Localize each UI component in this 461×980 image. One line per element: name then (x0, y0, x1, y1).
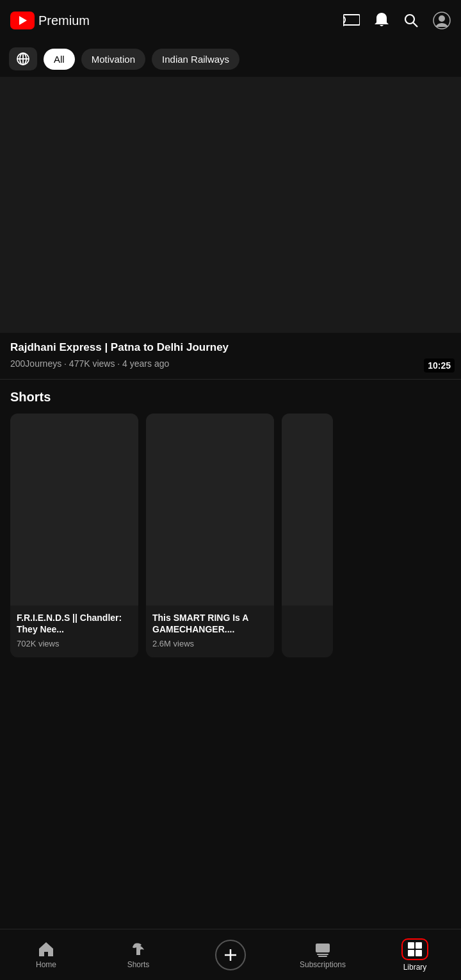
nav-library[interactable]: Library (369, 935, 461, 976)
nav-home[interactable]: Home (0, 937, 92, 973)
main-video-dot2: · (117, 358, 122, 369)
svg-rect-12 (316, 944, 330, 952)
main-video-meta: 200Journeys · 477K views · 4 years ago (10, 358, 451, 369)
svg-rect-13 (317, 954, 328, 955)
main-video-info: Rajdhani Express | Patna to Delhi Journe… (0, 333, 461, 379)
main-video-age: 4 years ago (122, 358, 169, 369)
logo-area: Premium (10, 12, 90, 29)
youtube-logo[interactable]: Premium (10, 12, 90, 29)
short-title-1: F.R.I.E.N.D.S || Chandler: They Nee... (17, 612, 132, 635)
bell-icon[interactable] (374, 12, 389, 29)
svg-rect-14 (318, 956, 327, 957)
nav-subscriptions[interactable]: Subscriptions (277, 937, 369, 973)
main-video-channel: 200Journeys (10, 358, 61, 369)
header-icons (343, 12, 451, 29)
short-thumb-3 (282, 414, 333, 606)
shorts-row: F.R.I.E.N.D.S || Chandler: They Nee... 7… (10, 414, 461, 657)
short-card-2[interactable]: This SMART RING Is A GAMECHANGER.... 2.6… (146, 414, 274, 657)
app-header: Premium (0, 0, 461, 41)
main-video-card[interactable]: 10:25 Rajdhani Express | Patna to Delhi … (0, 77, 461, 379)
search-icon[interactable] (403, 13, 419, 28)
short-card-1[interactable]: F.R.I.E.N.D.S || Chandler: They Nee... 7… (10, 414, 138, 657)
shorts-section-title: Shorts (10, 390, 461, 405)
short-thumb-1 (10, 414, 138, 606)
add-button[interactable] (215, 940, 246, 970)
yt-play-icon (10, 12, 35, 29)
home-label: Home (36, 960, 56, 969)
svg-point-1 (343, 24, 344, 26)
main-video-dot: · (64, 358, 69, 369)
bottom-nav: Home Shorts Subscriptions (0, 929, 461, 980)
svg-point-5 (439, 15, 445, 22)
filter-bar: All Motivation Indian Railways (0, 41, 461, 77)
library-label: Library (403, 963, 427, 972)
short-info-1: F.R.I.E.N.D.S || Chandler: They Nee... 7… (10, 606, 138, 657)
svg-line-3 (414, 23, 418, 28)
shorts-icon (130, 941, 147, 958)
main-video-thumbnail (0, 77, 461, 333)
short-title-2: This SMART RING Is A GAMECHANGER.... (152, 612, 268, 635)
indian-railways-chip[interactable]: Indian Railways (152, 49, 239, 70)
short-thumb-2 (146, 414, 274, 606)
subscriptions-icon (314, 941, 331, 958)
main-video-title: Rajdhani Express | Patna to Delhi Journe… (10, 341, 451, 355)
cast-icon[interactable] (343, 13, 360, 28)
explore-chip[interactable] (9, 47, 37, 70)
shorts-label: Shorts (127, 960, 150, 969)
home-icon (38, 941, 54, 958)
play-triangle (19, 16, 27, 25)
library-active-highlight (401, 938, 428, 960)
main-video-views: 477K views (69, 358, 115, 369)
svg-rect-16 (416, 942, 422, 949)
motivation-chip[interactable]: Motivation (81, 49, 145, 70)
svg-point-2 (405, 15, 414, 24)
svg-rect-17 (408, 950, 414, 956)
short-views-2: 2.6M views (152, 639, 268, 648)
short-card-3-partial[interactable] (282, 414, 333, 657)
short-views-1: 702K views (17, 639, 132, 648)
all-chip[interactable]: All (44, 49, 75, 70)
account-icon[interactable] (433, 12, 451, 29)
video-duration: 10:25 (424, 358, 455, 373)
short-info-2: This SMART RING Is A GAMECHANGER.... 2.6… (146, 606, 274, 657)
library-icon (407, 941, 423, 958)
premium-label: Premium (38, 13, 90, 28)
subscriptions-label: Subscriptions (300, 960, 346, 969)
nav-shorts[interactable]: Shorts (92, 937, 184, 973)
shorts-section: Shorts F.R.I.E.N.D.S || Chandler: They N… (0, 380, 461, 668)
nav-add[interactable] (184, 936, 277, 974)
svg-rect-18 (416, 950, 422, 956)
svg-rect-15 (408, 942, 414, 949)
